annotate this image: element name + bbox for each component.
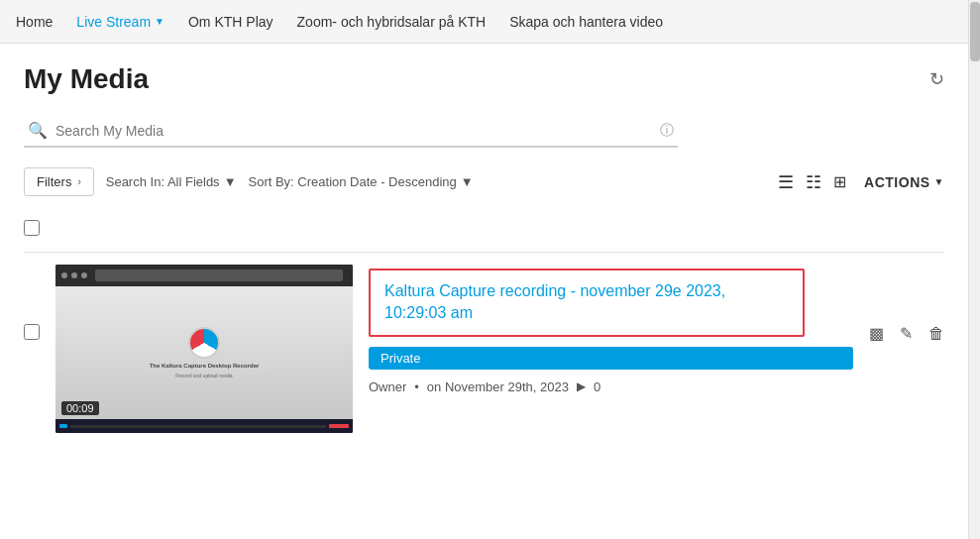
main-content: My Media ↻ 🔍 ⓘ Filters › Search In: All … <box>0 44 968 465</box>
page-title: My Media <box>24 63 149 95</box>
thumb-taskbar-bar <box>70 425 326 428</box>
play-icon: ▶ <box>577 379 586 393</box>
delete-icon[interactable]: 🗑 <box>928 325 944 343</box>
refresh-icon[interactable]: ↻ <box>929 68 944 90</box>
thumb-browser-bar <box>55 265 353 286</box>
media-title-box: Kaltura Capture recording - november 29e… <box>369 269 805 337</box>
nav-home[interactable]: Home <box>16 14 53 30</box>
page-header: My Media ↻ <box>24 63 944 95</box>
media-thumbnail[interactable]: The Kaltura Capture Desktop Recorder Rec… <box>55 265 353 433</box>
select-all-checkbox[interactable] <box>24 220 40 236</box>
search-icon: 🔍 <box>28 121 48 140</box>
thumb-taskbar-dot <box>59 424 67 428</box>
list-compact-view-icon[interactable]: ☰ <box>776 169 796 195</box>
sort-chevron-icon: ▼ <box>461 174 474 189</box>
thumb-taskbar-red <box>329 424 349 428</box>
view-icons: ☰ ☷ ⊞ ACTIONS ▼ <box>776 169 944 195</box>
list-view-icon[interactable]: ☷ <box>804 169 823 195</box>
sort-text: Sort By: Creation Date - Descending <box>249 174 457 189</box>
thumb-logo-area: The Kaltura Capture Desktop Recorder Rec… <box>150 327 260 378</box>
media-item: The Kaltura Capture Desktop Recorder Rec… <box>24 253 944 445</box>
thumb-dot-1 <box>61 272 67 278</box>
media-item-checkbox[interactable] <box>24 324 40 340</box>
nav-live-stream[interactable]: Live Stream ▼ <box>76 14 164 30</box>
search-in-chevron-icon: ▼ <box>224 174 237 189</box>
actions-button[interactable]: ACTIONS ▼ <box>864 174 944 190</box>
analytics-icon[interactable]: ▩ <box>869 324 884 343</box>
media-list: The Kaltura Capture Desktop Recorder Rec… <box>24 253 944 445</box>
nav-bar: Home Live Stream ▼ Om KTH Play Zoom- och… <box>0 0 980 44</box>
thumb-circle-logo <box>188 327 220 359</box>
filters-label: Filters <box>37 174 71 189</box>
media-info: Kaltura Capture recording - november 29e… <box>369 265 853 394</box>
media-item-checkbox-wrapper <box>24 265 40 343</box>
search-input[interactable] <box>55 123 652 139</box>
media-date: on November 29th, 2023 <box>427 379 569 394</box>
sort-dropdown[interactable]: Sort By: Creation Date - Descending ▼ <box>249 174 474 189</box>
media-item-actions: ▩ ✎ 🗑 <box>869 265 944 343</box>
media-title[interactable]: Kaltura Capture recording - november 29e… <box>384 280 789 325</box>
thumb-dot-2 <box>71 272 77 278</box>
media-meta: Owner • on November 29th, 2023 ▶ 0 <box>369 379 853 394</box>
toolbar: Filters › Search In: All Fields ▼ Sort B… <box>24 167 944 196</box>
thumb-screen: The Kaltura Capture Desktop Recorder Rec… <box>55 286 353 419</box>
thumb-taskbar <box>55 419 353 433</box>
select-all-row <box>24 220 944 236</box>
nav-zoom[interactable]: Zoom- och hybridsalar på KTH <box>297 14 487 30</box>
nav-live-stream-label: Live Stream <box>76 14 151 30</box>
thumb-app-title: The Kaltura Capture Desktop Recorder <box>150 363 260 369</box>
thumb-app-sub: Record and upload media <box>175 373 232 378</box>
scrollbar-thumb[interactable] <box>970 2 980 61</box>
meta-bullet: • <box>414 379 419 394</box>
search-bar: 🔍 ⓘ <box>24 115 678 148</box>
actions-chevron-icon: ▼ <box>934 176 944 187</box>
scrollbar[interactable] <box>968 0 980 539</box>
grid-view-icon[interactable]: ⊞ <box>831 170 848 193</box>
filters-chevron-icon: › <box>77 176 80 187</box>
nav-om-kth-play[interactable]: Om KTH Play <box>188 14 273 30</box>
media-duration: 00:09 <box>61 401 99 415</box>
media-badge: Private <box>369 347 853 370</box>
nav-live-stream-chevron-icon: ▼ <box>155 16 164 27</box>
media-play-count: 0 <box>594 379 600 394</box>
actions-label: ACTIONS <box>864 174 930 190</box>
thumb-dot-3 <box>81 272 87 278</box>
thumb-url-bar <box>95 270 343 281</box>
search-in-text: Search In: All Fields <box>106 174 220 189</box>
nav-skapa[interactable]: Skapa och hantera video <box>509 14 663 30</box>
info-icon[interactable]: ⓘ <box>660 122 674 140</box>
edit-icon[interactable]: ✎ <box>900 324 913 343</box>
media-owner-label: Owner <box>369 379 406 394</box>
search-in-dropdown[interactable]: Search In: All Fields ▼ <box>106 174 237 189</box>
filters-button[interactable]: Filters › <box>24 167 94 196</box>
